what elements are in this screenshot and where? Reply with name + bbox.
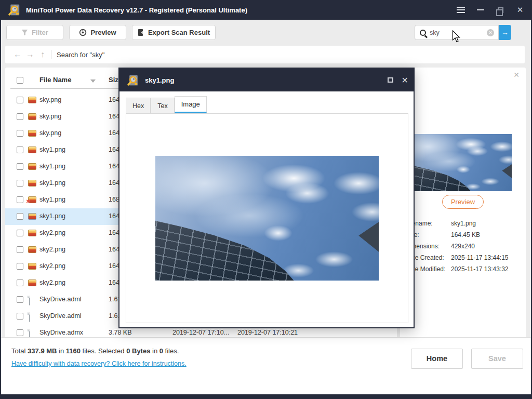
icon-image bbox=[28, 246, 36, 253]
row-checkbox[interactable] bbox=[17, 180, 23, 187]
row-checkbox[interactable] bbox=[17, 263, 23, 270]
row-checkbox[interactable] bbox=[17, 329, 23, 336]
preview-dialog: sky1.png ✕ HexTexImage bbox=[118, 68, 415, 328]
summary-segment: files. bbox=[163, 347, 179, 355]
image-preview bbox=[155, 156, 379, 281]
summary-segment: in bbox=[150, 347, 159, 355]
row-checkbox[interactable] bbox=[17, 213, 23, 220]
row-checkbox[interactable] bbox=[17, 196, 23, 203]
file-info-row: Date Modified:2025-11-17 13:43:32 bbox=[405, 264, 522, 275]
status-bar: Total 337.9 MB in 1160 files. Selected 0… bbox=[1, 337, 531, 394]
file-name: sky1.png bbox=[39, 146, 65, 153]
file-name: sky.png bbox=[39, 129, 61, 137]
info-value: 164.45 KB bbox=[451, 231, 480, 238]
window-menu-button[interactable] bbox=[453, 2, 469, 18]
dialog-tabs: HexTexImage bbox=[126, 96, 207, 113]
icon-image bbox=[28, 263, 36, 270]
scan-summary: Total 337.9 MB in 1160 files. Selected 0… bbox=[11, 347, 179, 355]
row-checkbox[interactable] bbox=[17, 97, 23, 103]
tab-image[interactable]: Image bbox=[175, 96, 207, 113]
minimize-button[interactable] bbox=[473, 2, 488, 18]
close-preview-icon[interactable]: ✕ bbox=[513, 71, 520, 79]
select-all-checkbox[interactable] bbox=[17, 77, 23, 84]
info-value: sky1.png bbox=[451, 220, 476, 227]
minimize-icon bbox=[477, 9, 484, 10]
row-checkbox[interactable] bbox=[17, 280, 23, 286]
export-document-icon bbox=[138, 29, 144, 36]
filter-button[interactable]: Filter bbox=[6, 25, 63, 40]
up-icon[interactable]: ↑ bbox=[36, 50, 49, 59]
home-button[interactable]: Home bbox=[411, 349, 463, 369]
preview-panel: ✕ Preview Filename:sky1.pngSize:164.45 K… bbox=[400, 68, 526, 352]
mouse-cursor bbox=[452, 30, 461, 43]
restore-button[interactable] bbox=[493, 2, 508, 18]
sort-caret-icon[interactable] bbox=[90, 79, 96, 83]
icon-image bbox=[28, 130, 36, 137]
search-go-button[interactable]: → bbox=[499, 25, 511, 40]
row-checkbox[interactable] bbox=[17, 113, 23, 120]
file-info-row: Dimensions:429x240 bbox=[405, 241, 522, 252]
file-name: sky2.png bbox=[39, 229, 65, 236]
divider bbox=[51, 50, 51, 59]
search-icon bbox=[420, 30, 426, 36]
row-checkbox[interactable] bbox=[17, 313, 23, 320]
info-value: 2025-11-17 13:43:32 bbox=[451, 265, 509, 273]
export-scan-result-button[interactable]: Export Scan Result bbox=[132, 25, 216, 40]
row-checkbox[interactable] bbox=[17, 130, 23, 137]
file-name: sky2.png bbox=[39, 279, 65, 286]
info-value: 2025-11-17 13:44:15 bbox=[451, 254, 509, 261]
row-checkbox[interactable] bbox=[17, 147, 23, 153]
save-button[interactable]: Save bbox=[471, 349, 523, 369]
preview-open-button[interactable]: Preview bbox=[442, 195, 484, 209]
file-size: 3.78 KB bbox=[109, 329, 131, 336]
help-link[interactable]: Have difficulty with data recovery? Clic… bbox=[11, 360, 187, 367]
navigation-bar: ← → ↑ Search for "sky" bbox=[5, 46, 525, 63]
funnel-icon bbox=[21, 29, 28, 36]
row-checkbox[interactable] bbox=[17, 163, 23, 170]
eye-icon bbox=[79, 29, 87, 36]
breadcrumb: Search for "sky" bbox=[57, 51, 104, 59]
forward-icon[interactable]: → bbox=[24, 50, 36, 59]
hamburger-icon bbox=[457, 7, 465, 13]
column-header-file-name[interactable]: File Name bbox=[39, 76, 71, 84]
file-name: sky1.png bbox=[39, 179, 65, 187]
close-icon: ✕ bbox=[517, 5, 524, 15]
file-info-list: Filename:sky1.pngSize:164.45 KBDimension… bbox=[405, 218, 522, 275]
icon-doc bbox=[29, 312, 30, 322]
file-date-created: 2019-12-07 17:10... bbox=[172, 329, 229, 336]
file-info-row: Date Created:2025-11-17 13:44:15 bbox=[405, 252, 522, 264]
dialog-maximize-icon[interactable] bbox=[388, 77, 393, 83]
icon-image bbox=[28, 180, 36, 187]
app-window: MiniTool Power Data Recovery v12.7 - Reg… bbox=[0, 0, 532, 399]
preview-button[interactable]: Preview bbox=[69, 25, 126, 40]
icon-image bbox=[28, 147, 36, 153]
file-date-modified: 2019-12-07 17:10:21 bbox=[237, 329, 298, 336]
file-name: sky2.png bbox=[39, 246, 65, 253]
file-name: sky1.png bbox=[39, 196, 65, 203]
tab-tex[interactable]: Tex bbox=[151, 98, 174, 113]
summary-segment: Total bbox=[11, 347, 28, 355]
row-checkbox[interactable] bbox=[17, 246, 23, 253]
clear-search-icon[interactable]: ✕ bbox=[487, 29, 494, 36]
icon-image bbox=[28, 230, 36, 236]
row-checkbox[interactable] bbox=[17, 230, 23, 236]
dialog-title: sky1.png bbox=[145, 76, 174, 84]
back-icon[interactable]: ← bbox=[11, 50, 24, 59]
title-bar: MiniTool Power Data Recovery v12.7 - Reg… bbox=[1, 0, 531, 20]
icon-image-deleted bbox=[28, 196, 36, 203]
restore-icon bbox=[498, 7, 503, 13]
file-name: sky2.png bbox=[39, 262, 65, 270]
row-checkbox[interactable] bbox=[17, 296, 23, 303]
summary-segment: 0 Bytes bbox=[126, 347, 150, 355]
icon-image bbox=[28, 280, 36, 286]
file-name: sky1.png bbox=[39, 163, 65, 170]
summary-segment: 0 bbox=[159, 347, 163, 355]
summary-segment: 337.9 MB bbox=[28, 347, 57, 355]
tab-hex[interactable]: Hex bbox=[126, 98, 151, 113]
file-info-row: Filename:sky1.png bbox=[405, 218, 522, 230]
file-name: SkyDrive.adml bbox=[39, 312, 82, 320]
window-title: MiniTool Power Data Recovery v12.7 - Reg… bbox=[26, 6, 247, 14]
dialog-close-icon[interactable]: ✕ bbox=[402, 75, 408, 85]
dialog-content bbox=[126, 113, 408, 323]
close-button[interactable]: ✕ bbox=[512, 2, 528, 18]
